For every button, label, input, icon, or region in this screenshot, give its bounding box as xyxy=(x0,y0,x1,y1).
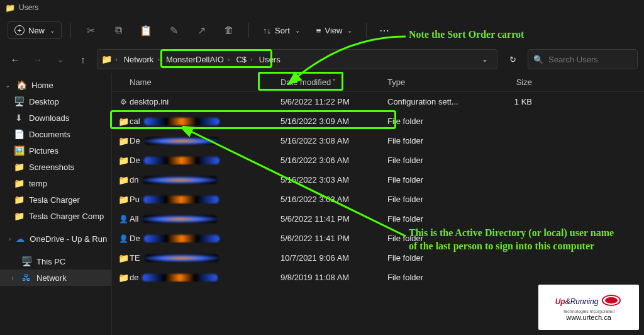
file-date: 5/16/2022 3:06 AM xyxy=(280,156,387,165)
folder-icon: 📁 xyxy=(118,156,128,166)
folder-icon: 📁 xyxy=(118,195,128,205)
delete-icon[interactable]: 🗑 xyxy=(218,20,240,41)
file-type: File folder xyxy=(387,214,482,224)
sidebar-item-pictures[interactable]: 🖼️Pictures xyxy=(0,142,111,159)
new-button-label: New xyxy=(28,26,45,35)
folder-icon: 📁 xyxy=(14,162,24,172)
sidebar-item-documents[interactable]: 📄Documents xyxy=(0,126,111,142)
table-row[interactable]: ⚙desktop.ini5/6/2022 11:22 PMConfigurati… xyxy=(112,92,644,111)
expand-icon[interactable]: › xyxy=(9,236,11,242)
file-name: dn xyxy=(130,175,280,185)
recent-button[interactable]: ⌄ xyxy=(52,50,69,68)
breadcrumb-item[interactable]: MonsterDellAIO› xyxy=(164,55,233,64)
file-name: All xyxy=(130,214,280,224)
file-date: 5/16/2022 3:03 AM xyxy=(280,175,387,185)
file-name: De xyxy=(130,156,280,165)
sidebar-item-network[interactable]: ›🖧Network xyxy=(0,270,111,286)
file-name: TE xyxy=(130,253,280,263)
home-icon: 🏠 xyxy=(16,80,26,90)
window-title: Users xyxy=(19,3,38,12)
back-button[interactable]: ← xyxy=(6,50,24,68)
table-row[interactable]: 📁cal5/16/2022 3:09 AMFile folder xyxy=(112,111,644,131)
new-button[interactable]: + New ⌄ xyxy=(8,21,62,39)
command-bar: + New ⌄ ✂ ⧉ 📋 ✎ ↗ 🗑 ↑↓ Sort ⌄ ≡ View ⌄ ⋯ xyxy=(0,15,644,45)
column-header-size[interactable]: Size xyxy=(482,77,545,87)
sort-label: Sort xyxy=(275,26,290,35)
refresh-button[interactable]: ↻ xyxy=(502,49,523,69)
file-type: File folder xyxy=(387,156,482,165)
contact-icon: 👤 xyxy=(118,234,128,244)
up-button[interactable]: ↑ xyxy=(74,50,92,68)
sort-button[interactable]: ↑↓ Sort ⌄ xyxy=(258,23,305,38)
settings-file-icon: ⚙ xyxy=(118,97,128,107)
table-row[interactable]: 📁dn5/16/2022 3:03 AMFile folder xyxy=(112,170,644,190)
folder-icon: 📁 xyxy=(118,175,128,185)
sidebar-label: Screenshots xyxy=(29,162,74,172)
downloads-icon: ⬇ xyxy=(14,113,24,123)
divider xyxy=(248,23,249,38)
redacted-text xyxy=(144,235,219,242)
table-row[interactable]: 👤De5/6/2022 11:41 PMFile folder xyxy=(112,229,644,248)
column-headers: Name ⌄ Date modified Type Size xyxy=(112,73,644,92)
sidebar-item-tesla-charger-comp[interactable]: 📁Tesla Charger Comp xyxy=(0,208,111,224)
column-header-date[interactable]: ⌄ Date modified xyxy=(280,77,387,87)
table-row[interactable]: 📁TE10/7/2021 9:06 AMFile folder xyxy=(112,248,644,268)
file-type: Configuration sett... xyxy=(387,97,482,106)
sidebar-item-desktop[interactable]: 🖥️Desktop xyxy=(0,93,111,110)
column-header-name[interactable]: Name xyxy=(130,77,280,87)
sidebar-label: Documents xyxy=(29,130,70,139)
breadcrumb-item[interactable]: Network› xyxy=(121,55,164,64)
expand-icon[interactable]: ⌄ xyxy=(4,82,11,89)
sidebar-item-home[interactable]: ⌄ 🏠 Home xyxy=(0,77,111,93)
sidebar-item-downloads[interactable]: ⬇Downloads xyxy=(0,110,111,126)
share-icon[interactable]: ↗ xyxy=(191,20,212,41)
view-button[interactable]: ≡ View ⌄ xyxy=(311,23,358,38)
table-row[interactable]: 👤All5/6/2022 11:41 PMFile folder xyxy=(112,209,644,229)
search-icon: 🔍 xyxy=(533,55,543,64)
contact-icon: 👤 xyxy=(118,214,128,224)
address-bar[interactable]: 📁 › Network› MonsterDellAIO› C$› Users ⌄ xyxy=(97,49,497,69)
file-type: File folder xyxy=(387,195,482,204)
column-header-type[interactable]: Type xyxy=(387,77,482,87)
file-size: 1 KB xyxy=(482,97,545,106)
table-row[interactable]: 📁De5/16/2022 3:08 AMFile folder xyxy=(112,131,644,150)
sidebar-label: Home xyxy=(31,81,53,90)
logo-tagline: Technologies Incorporated xyxy=(563,309,614,314)
sidebar-item-screenshots[interactable]: 📁Screenshots xyxy=(0,159,111,175)
file-type: File folder xyxy=(387,175,482,185)
search-input[interactable] xyxy=(548,55,632,64)
logo-url: www.urtech.ca xyxy=(566,314,611,321)
desktop-icon: 🖥️ xyxy=(14,96,24,106)
chevron-down-icon[interactable]: ⌄ xyxy=(477,55,493,64)
file-type: File folder xyxy=(387,273,482,282)
sidebar-label: Tesla Charger Comp xyxy=(29,212,104,221)
table-row[interactable]: 📁De5/16/2022 3:06 AMFile folder xyxy=(112,150,644,170)
redacted-text xyxy=(142,274,218,281)
titlebar: 📁 Users xyxy=(0,0,644,15)
paste-icon[interactable]: 📋 xyxy=(135,20,157,41)
network-icon: 🖧 xyxy=(21,273,31,283)
file-date: 5/6/2022 11:22 PM xyxy=(280,97,387,106)
table-row[interactable]: 📁Pu5/16/2022 3:03 AMFile folder xyxy=(112,190,644,209)
breadcrumb-item[interactable]: Users xyxy=(257,55,283,64)
sidebar-item-tesla-charger[interactable]: 📁Tesla Charger xyxy=(0,191,111,208)
rows-container: ⚙desktop.ini5/6/2022 11:22 PMConfigurati… xyxy=(112,92,644,287)
breadcrumb-item[interactable]: C$› xyxy=(233,55,256,64)
chevron-down-icon: ⌄ xyxy=(50,27,55,34)
copy-icon[interactable]: ⧉ xyxy=(108,20,129,41)
expand-icon[interactable]: › xyxy=(9,275,16,281)
more-button[interactable]: ⋯ xyxy=(375,25,393,37)
nav-row: ← → ⌄ ↑ 📁 › Network› MonsterDellAIO› C$›… xyxy=(0,45,644,73)
rename-icon[interactable]: ✎ xyxy=(163,20,184,41)
forward-button[interactable]: → xyxy=(29,50,47,68)
file-name: De xyxy=(130,234,280,243)
sidebar-label: Downloads xyxy=(29,113,69,123)
sidebar-item-this-pc[interactable]: 🖥️This PC xyxy=(0,253,111,270)
search-box[interactable]: 🔍 xyxy=(528,49,638,69)
folder-icon: 📁 xyxy=(118,253,128,263)
sidebar-item-onedrive[interactable]: ›☁OneDrive - Up & Run xyxy=(0,230,111,247)
sidebar-item-temp[interactable]: 📁temp xyxy=(0,175,111,191)
folder-icon: 📁 xyxy=(5,3,15,13)
file-name: cal xyxy=(130,116,280,126)
cut-icon[interactable]: ✂ xyxy=(80,20,101,41)
